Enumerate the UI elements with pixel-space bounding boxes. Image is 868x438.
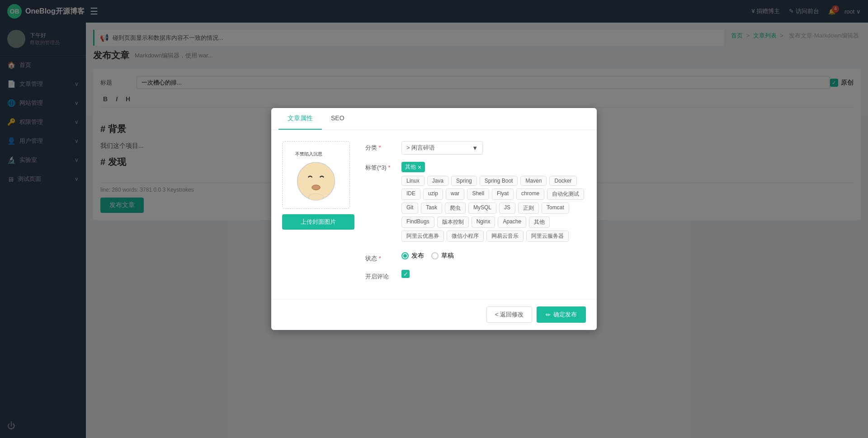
tag-selected-other: 其他 ×: [401, 162, 425, 172]
confirm-publish-label: 确定发布: [553, 311, 577, 319]
tags-row: 标签(*3) * 其他 ×: [365, 162, 586, 245]
category-content: > 闲言碎语 ▼: [401, 141, 586, 155]
upload-cover-button[interactable]: 上传封面图片: [282, 214, 354, 230]
tags-list-scroll: LinuxJavaSpringSpring BootMavenDockerIDE…: [401, 172, 586, 245]
category-row: 分类 * > 闲言碎语 ▼: [365, 141, 586, 155]
tag-item[interactable]: Java: [427, 176, 448, 186]
tag-item[interactable]: 阿里云优惠券: [401, 231, 444, 242]
tag-item[interactable]: uzip: [423, 188, 443, 200]
status-label: 状态 *: [365, 252, 401, 263]
comment-row: 开启评论 ✓: [365, 270, 586, 281]
status-content: 发布 草稿: [401, 252, 586, 260]
cover-placeholder: 不禁陷入沉思: [282, 141, 350, 209]
svg-point-3: [308, 194, 323, 201]
tag-item[interactable]: Task: [421, 203, 442, 214]
status-row: 状态 * 发布 草稿: [365, 252, 586, 263]
tag-item[interactable]: war: [446, 188, 464, 200]
tag-item[interactable]: 阿里云服务器: [526, 231, 569, 242]
modal-grid: 不禁陷入沉思 上传封面图片: [282, 141, 586, 288]
status-options: 发布 草稿: [401, 252, 586, 260]
tag-item[interactable]: Git: [401, 203, 418, 214]
tag-item[interactable]: 版本控制: [437, 217, 469, 228]
tag-item[interactable]: 正则: [518, 203, 539, 214]
tag-item[interactable]: 自动化测试: [547, 188, 584, 200]
remove-tag-other[interactable]: ×: [418, 164, 421, 170]
tag-item[interactable]: Flyat: [492, 188, 514, 200]
tag-item[interactable]: MySQL: [468, 203, 496, 214]
tag-item[interactable]: 微信小程序: [447, 231, 484, 242]
tags-list: LinuxJavaSpringSpring BootMavenDockerIDE…: [401, 176, 586, 245]
tag-item[interactable]: Linux: [401, 176, 425, 186]
dropdown-icon: ▼: [472, 145, 478, 151]
tag-item[interactable]: IDE: [401, 188, 420, 200]
comment-content: ✓: [401, 270, 586, 278]
status-publish-label: 发布: [411, 252, 424, 260]
modal: 文章属性 SEO 不禁陷入沉思: [271, 108, 597, 330]
tag-item[interactable]: Tomcat: [542, 203, 569, 214]
tag-item[interactable]: Spring Boot: [480, 176, 518, 186]
tag-item[interactable]: Shell: [467, 188, 489, 200]
selected-tags: 其他 ×: [401, 162, 586, 172]
tag-item[interactable]: FindBugs: [401, 217, 434, 228]
category-label: 分类 *: [365, 141, 401, 152]
category-select[interactable]: > 闲言碎语 ▼: [401, 141, 483, 155]
publish-radio: [401, 252, 409, 259]
svg-text:不禁陷入沉思: 不禁陷入沉思: [295, 151, 322, 156]
svg-point-2: [312, 185, 320, 190]
tab-seo[interactable]: SEO: [322, 108, 354, 130]
category-value: > 闲言碎语: [406, 144, 435, 152]
comment-checkbox[interactable]: ✓: [401, 270, 410, 278]
tag-item[interactable]: 爬虫: [445, 203, 466, 214]
tag-item[interactable]: 其他: [529, 217, 550, 228]
tag-item[interactable]: chrome: [516, 188, 544, 200]
modal-overlay: 文章属性 SEO 不禁陷入沉思: [0, 0, 868, 438]
draft-radio: [431, 252, 439, 259]
tag-item[interactable]: 网易云音乐: [486, 231, 524, 242]
tags-label: 标签(*3) *: [365, 162, 401, 172]
back-button[interactable]: < 返回修改: [486, 306, 532, 323]
tag-item[interactable]: Maven: [520, 176, 547, 186]
tag-item[interactable]: JS: [499, 203, 515, 214]
tag-item[interactable]: Nginx: [472, 217, 495, 228]
pencil-icon: ✏: [546, 311, 551, 318]
status-draft-option[interactable]: 草稿: [431, 252, 454, 260]
status-draft-label: 草稿: [441, 252, 454, 260]
tab-article-properties[interactable]: 文章属性: [278, 108, 322, 130]
tag-item[interactable]: Spring: [451, 176, 477, 186]
comment-label: 开启评论: [365, 270, 401, 281]
modal-left: 不禁陷入沉思 上传封面图片: [282, 141, 354, 288]
cover-image: 不禁陷入沉思: [289, 148, 343, 202]
confirm-publish-button[interactable]: ✏ 确定发布: [537, 306, 586, 323]
modal-right: 分类 * > 闲言碎语 ▼ 标签(*3): [365, 141, 586, 288]
tag-item[interactable]: Apache: [498, 217, 526, 228]
tags-content: 其他 × LinuxJavaSpringSpring BootMavenDock…: [401, 162, 586, 245]
modal-body: 不禁陷入沉思 上传封面图片: [271, 130, 597, 299]
modal-footer: < 返回修改 ✏ 确定发布: [271, 299, 597, 330]
status-publish-option[interactable]: 发布: [401, 252, 424, 260]
tag-item[interactable]: Docker: [549, 176, 576, 186]
modal-tabs: 文章属性 SEO: [271, 108, 597, 130]
